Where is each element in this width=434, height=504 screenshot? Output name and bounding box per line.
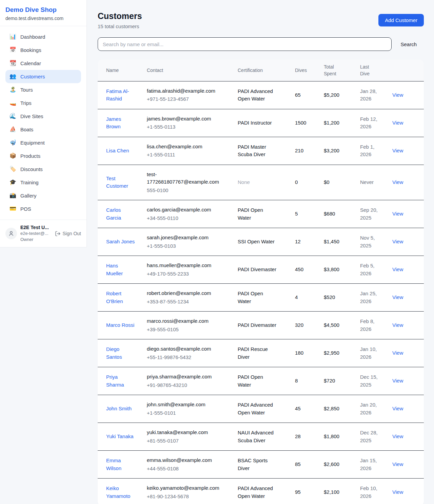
customer-email: priya.sharma@example.com: [147, 373, 221, 381]
contact-cell: keiko.yamamoto@example.com +81-90-1234-5…: [147, 479, 238, 504]
customers-table: Name Contact Certification Dives Total S…: [98, 60, 424, 504]
sidebar-item-gallery[interactable]: 📸 Gallery: [5, 189, 81, 202]
dives-count: 0: [295, 179, 298, 185]
sidebar-item-pos[interactable]: 💳 POS: [5, 202, 81, 216]
customer-name-link[interactable]: Carlos Garcia: [106, 207, 121, 221]
customer-name-link[interactable]: Marco Rossi: [106, 322, 134, 328]
view-link[interactable]: View: [392, 120, 403, 126]
sidebar-item-customers[interactable]: 👥 Customers: [5, 70, 81, 83]
customer-name-link[interactable]: Fatima Al-Rashid: [106, 88, 129, 102]
customer-email: emma.wilson@example.com: [147, 456, 221, 464]
contact-cell: diego.santos@example.com +55-11-99876-54…: [147, 339, 238, 367]
table-row: James Brown james.brown@example.com +1-5…: [98, 109, 424, 137]
customer-name-link[interactable]: Keiko Yamamoto: [106, 485, 130, 499]
view-link[interactable]: View: [392, 350, 403, 356]
search-button[interactable]: Search: [392, 41, 424, 47]
total-spent: $3,200: [324, 148, 339, 153]
user-role: Owner: [20, 237, 49, 243]
last-dive-date: Nov 5, 2025: [360, 235, 375, 248]
customers-icon: 👥: [9, 74, 16, 79]
customer-name-link[interactable]: John Smith: [106, 406, 132, 411]
sidebar-item-equipment[interactable]: 🤿 Equipment: [5, 136, 81, 149]
shop-name: Demo Dive Shop: [5, 6, 78, 14]
sidebar-item-tours[interactable]: 🏝️ Tours: [5, 83, 81, 96]
dives-count: 180: [295, 350, 303, 356]
shop-domain: demo.test.divestreams.com: [5, 16, 78, 21]
dives-count: 28: [295, 433, 301, 439]
table-row: Marco Rossi marco.rossi@example.com +39-…: [98, 312, 424, 339]
customer-phone: +39-555-0105: [147, 326, 221, 334]
total-spent: $0: [324, 179, 330, 185]
avatar: [5, 228, 17, 239]
customer-name-link[interactable]: Sarah Jones: [106, 239, 135, 244]
last-dive-date: Feb 1, 2026: [360, 144, 375, 157]
customer-name-link[interactable]: Yuki Tanaka: [106, 433, 134, 439]
customer-name-link[interactable]: Emma Wilson: [106, 458, 121, 471]
sidebar-item-calendar[interactable]: 📆 Calendar: [5, 57, 81, 70]
view-link[interactable]: View: [392, 179, 403, 185]
view-link[interactable]: View: [392, 322, 403, 328]
contact-cell: lisa.chen@example.com +1-555-0111: [147, 137, 238, 165]
view-link[interactable]: View: [392, 211, 403, 217]
customer-name-link[interactable]: Robert O'Brien: [106, 291, 123, 304]
sidebar-item-boats[interactable]: ⛵ Boats: [5, 123, 81, 136]
customer-name-link[interactable]: Diego Santos: [106, 346, 122, 360]
certification: PADI Rescue Diver: [238, 346, 268, 360]
table-row: Lisa Chen lisa.chen@example.com +1-555-0…: [98, 137, 424, 165]
column-header-contact: Contact: [147, 60, 238, 81]
customer-name-link[interactable]: Lisa Chen: [106, 148, 129, 153]
contact-cell: marco.rossi@example.com +39-555-0105: [147, 312, 238, 339]
discounts-icon: 🏷️: [9, 166, 16, 172]
view-link[interactable]: View: [392, 294, 403, 300]
view-link[interactable]: View: [392, 433, 403, 439]
view-link[interactable]: View: [392, 92, 403, 98]
customer-name-link[interactable]: Hans Mueller: [106, 263, 123, 276]
page-subtitle: 15 total customers: [98, 23, 142, 29]
view-link[interactable]: View: [392, 406, 403, 411]
customer-name-link[interactable]: Priya Sharma: [106, 374, 124, 388]
dives-count: 5: [295, 211, 298, 217]
view-link[interactable]: View: [392, 489, 403, 495]
sidebar: Demo Dive Shop demo.test.divestreams.com…: [0, 0, 87, 247]
table-row: Sarah Jones sarah.jones@example.com +1-5…: [98, 228, 424, 256]
products-icon: 📦: [9, 153, 16, 158]
sidebar-item-bookings[interactable]: 📅 Bookings: [5, 43, 81, 57]
view-link[interactable]: View: [392, 148, 403, 153]
customer-name-link[interactable]: Test Customer: [106, 175, 128, 189]
main-content: Customers 15 total customers Add Custome…: [87, 0, 434, 504]
total-spent: $2,950: [324, 350, 339, 356]
customer-email: keiko.yamamoto@example.com: [147, 484, 221, 492]
customer-phone: +81-555-0107: [147, 437, 221, 445]
sidebar-item-training[interactable]: 🎓 Training: [5, 176, 81, 189]
sidebar-item-discounts[interactable]: 🏷️ Discounts: [5, 163, 81, 176]
last-dive-date: Jan 28, 2026: [360, 88, 377, 102]
add-customer-button[interactable]: Add Customer: [378, 14, 424, 26]
sidebar-item-dashboard[interactable]: 📊 Dashboard: [5, 30, 81, 43]
view-link[interactable]: View: [392, 266, 403, 272]
view-link[interactable]: View: [392, 378, 403, 384]
dives-count: 320: [295, 322, 303, 328]
equipment-icon: 🤿: [9, 140, 16, 145]
contact-cell: emma.wilson@example.com +44-555-0108: [147, 451, 238, 479]
customer-phone: +49-170-555-2233: [147, 270, 221, 278]
customer-name-link[interactable]: James Brown: [106, 116, 121, 130]
sidebar-item-dive-sites[interactable]: 🌊 Dive Sites: [5, 110, 81, 123]
customer-email: test-1772681807767@example.com: [147, 171, 221, 186]
view-link[interactable]: View: [392, 239, 403, 244]
table-row: Robert O'Brien robert.obrien@example.com…: [98, 284, 424, 312]
certification: PADI Open Water: [238, 207, 263, 221]
calendar-icon: 📆: [9, 60, 16, 66]
sign-out-button[interactable]: Sign Out: [55, 231, 81, 237]
customer-phone: +353-87-555-1234: [147, 298, 221, 306]
search-input[interactable]: [98, 37, 392, 51]
sidebar-item-products[interactable]: 📦 Products: [5, 149, 81, 163]
sidebar-item-trips[interactable]: 🚤 Trips: [5, 96, 81, 110]
last-dive-date: Jan 25, 2026: [360, 291, 377, 304]
column-header-total-spent: Total Spent: [324, 60, 360, 81]
tours-icon: 🏝️: [9, 87, 16, 92]
view-link[interactable]: View: [392, 461, 403, 467]
total-spent: $3,800: [324, 266, 339, 272]
customer-email: john.smith@example.com: [147, 401, 221, 409]
dashboard-icon: 📊: [9, 34, 16, 39]
certification: PADI Divemaster: [238, 322, 276, 328]
